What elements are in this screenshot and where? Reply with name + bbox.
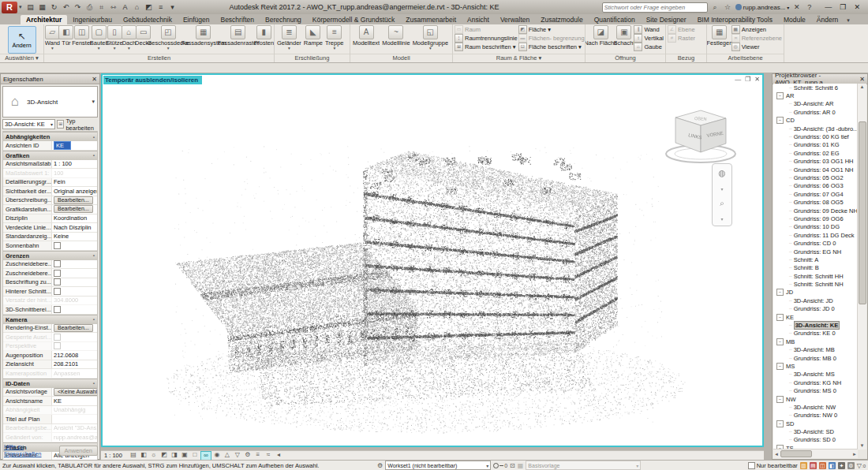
measure-icon[interactable]: ⌗ — [96, 2, 107, 13]
tree-item-ar[interactable]: −AR — [773, 91, 857, 99]
tree-item-schnitt-b[interactable]: Schnitt: B — [773, 264, 857, 272]
pin-icon[interactable]: ▪ — [93, 317, 95, 322]
dropdown-arrow-icon[interactable]: ▾ — [128, 47, 130, 50]
ribbon-button-schacht[interactable]: ▣Schacht — [615, 25, 633, 47]
collapse-icon[interactable]: − — [776, 314, 784, 321]
view-close-icon[interactable]: ✕ — [754, 76, 760, 83]
visual-style-icon[interactable]: ◧ — [139, 451, 148, 459]
property-value[interactable] — [52, 241, 97, 250]
properties-section-grenzen[interactable]: Grenzen▪ — [3, 251, 97, 260]
dropdown-arrow-icon[interactable]: ▾ — [429, 47, 432, 50]
tree-item-grundriss-00-kg-tief[interactable]: Grundriss: 00 KG tief — [773, 132, 857, 140]
tab-zusatzmodule[interactable]: Zusatzmodule — [535, 15, 588, 24]
property-value[interactable]: KE — [52, 397, 97, 405]
ribbon-button-flache-beschriften[interactable]: ⊡Fläche beschriften ▾ — [518, 43, 585, 51]
ribbon-button-flache[interactable]: ◩Fläche ▾ — [518, 25, 585, 34]
tree-item-grundriss-02-eg[interactable]: Grundriss: 02 EG — [773, 149, 857, 157]
dropdown-arrow-icon[interactable]: ▾ — [98, 47, 100, 50]
property-input[interactable]: KE — [54, 141, 71, 150]
select-underlay-icon[interactable]: ◧ — [829, 462, 836, 469]
scroll-down-icon[interactable]: ▼ — [858, 442, 866, 449]
section-icon[interactable]: ◩ — [144, 2, 155, 13]
tree-item-grundriss-jd-0[interactable]: Grundriss: JD 0 — [773, 305, 857, 313]
aligned-dimension-icon[interactable]: ⇿ — [108, 2, 119, 13]
property-checkbox[interactable] — [54, 270, 61, 277]
only-editable-checkbox[interactable]: Nur bearbeitbar — [748, 462, 798, 469]
tab-einfugen[interactable]: Einfügen — [178, 15, 215, 24]
property-checkbox[interactable] — [54, 278, 61, 285]
thin-lines-icon[interactable]: ≡ — [155, 2, 166, 13]
temporary-view-properties-icon[interactable]: △ — [223, 451, 232, 459]
scroll-left-icon[interactable]: ◄ — [774, 452, 779, 457]
shadows-icon[interactable]: ◩ — [159, 451, 169, 459]
property-value[interactable] — [52, 305, 97, 314]
render-icon[interactable]: ◨ — [170, 451, 179, 459]
tab-quantification[interactable]: Quantification — [589, 15, 641, 24]
tree-item-3d-ansicht-sd[interactable]: 3D-Ansicht: SD — [773, 427, 857, 435]
tab-site-designer[interactable]: Site Designer — [641, 15, 692, 24]
ribbon-button-raumtrennungslinie[interactable]: ¦Raumtrennungslinie — [455, 34, 518, 43]
design-options-icon[interactable]: ⊡ — [510, 462, 515, 469]
hscrollbar-thumb[interactable] — [780, 450, 812, 457]
property-checkbox[interactable] — [54, 242, 61, 249]
ribbon-button-geschossdecke[interactable]: ◰Geschossdecke▾ — [152, 25, 185, 50]
tree-item-3d-ansicht-ms[interactable]: 3D-Ansicht: MS — [773, 371, 857, 379]
app-store-icon[interactable]: ✕ — [791, 3, 802, 11]
app-menu-arrow-icon[interactable]: ▾ — [19, 4, 22, 10]
dropdown-arrow-icon[interactable]: ▾ — [288, 47, 290, 50]
ribbon-button-fassadenraster[interactable]: ▤Fassadenraster — [222, 25, 255, 47]
tab-andern[interactable]: Ändern — [811, 15, 844, 24]
tree-item-schnitt-schnitt-hh[interactable]: Schnitt: Schnitt HH — [773, 272, 857, 280]
revit-application-menu[interactable]: R — [2, 2, 17, 13]
dropdown-arrow-icon[interactable]: ▾ — [167, 47, 170, 50]
ribbon-button-gelander[interactable]: ≣Geländer▾ — [276, 25, 302, 50]
minimize-button[interactable]: — — [825, 3, 832, 11]
tab-ingenieurbau[interactable]: Ingenieurbau — [67, 15, 118, 24]
displacement-icon[interactable]: ≈ — [264, 451, 273, 459]
pin-icon[interactable]: ▪ — [93, 153, 95, 158]
property-value[interactable]: Fein — [52, 178, 97, 187]
reveal-hidden-icon[interactable]: ◉ — [212, 451, 222, 459]
constraints-icon[interactable]: ⚙ — [243, 451, 253, 459]
text-icon[interactable]: A — [120, 2, 131, 13]
tree-item-3d-ansicht-3d-dubro[interactable]: 3D-Ansicht: (3d -dubro... — [773, 125, 857, 132]
tree-item-jd[interactable]: −JD — [773, 289, 857, 297]
properties-section-grafiken[interactable]: Grafiken▪ — [3, 151, 97, 160]
tree-item-grundriss-10-dg[interactable]: Grundriss: 10 DG — [773, 223, 857, 231]
property-value[interactable] — [52, 287, 97, 296]
analysis-icon[interactable]: ▽ — [233, 451, 242, 459]
worksets-icon[interactable]: ⚙ — [377, 462, 383, 469]
tree-item-grundriss-01-kg[interactable]: Grundriss: 01 KG — [773, 141, 857, 149]
view-selector-combo[interactable]: 3D-Ansicht: KE ▾ — [2, 119, 55, 129]
property-value[interactable] — [52, 260, 97, 269]
ribbon-button-pfosten[interactable]: ▮Pfosten — [256, 25, 272, 47]
edit-button[interactable]: Bearbeiten... — [54, 205, 93, 213]
pin-icon[interactable]: ▪ — [93, 381, 95, 386]
tree-item-grundriss-mb-0[interactable]: Grundriss: MB 0 — [773, 354, 857, 362]
property-value[interactable] — [52, 415, 97, 423]
ribbon-button-wand[interactable]: ∥Wand — [634, 25, 664, 34]
tree-item-grundriss-ke-0[interactable]: Grundriss: KE 0 — [773, 330, 857, 338]
property-value[interactable]: Bearbeiten... — [52, 205, 97, 214]
tab-beschriften[interactable]: Beschriften — [215, 15, 260, 24]
properties-section-abhangigkeiten[interactable]: Abhängigkeiten▪ — [3, 132, 97, 141]
editing-requests-icon[interactable]: 0 — [493, 463, 507, 468]
tree-item-grundriss-08-og5[interactable]: Grundriss: 08 OG5 — [773, 198, 857, 206]
tab-korpermodell-grundstuck[interactable]: Körpermodell & Grundstück — [307, 15, 400, 24]
modify-button[interactable]: ↖ Ändern — [8, 26, 36, 54]
property-value[interactable]: Keine — [52, 233, 97, 241]
drag-on-selection-icon[interactable]: ⚙ — [847, 462, 855, 469]
open-icon[interactable]: ▤ — [25, 2, 36, 13]
tree-item-3d-ansicht-jd[interactable]: 3D-Ansicht: JD — [773, 297, 857, 304]
tree-item-grundriss-nw-0[interactable]: Grundriss: NW 0 — [773, 412, 857, 420]
steering-wheel-icon[interactable]: ◍ — [718, 168, 726, 178]
property-value[interactable]: Bearbeiten... — [52, 324, 97, 333]
ribbon-button-treppe[interactable]: ≡Treppe▾ — [324, 25, 345, 50]
scroll-right-icon[interactable]: ► — [852, 452, 857, 457]
properties-close-icon[interactable]: ✕ — [92, 76, 97, 83]
sun-settings-icon[interactable]: ☼ — [149, 451, 159, 459]
collapse-icon[interactable]: − — [776, 420, 784, 427]
tree-item-sd[interactable]: −SD — [773, 420, 857, 427]
save-icon[interactable]: ▦ — [37, 2, 48, 13]
ribbon-button-wand[interactable]: ▱Wand▾ — [46, 25, 59, 50]
